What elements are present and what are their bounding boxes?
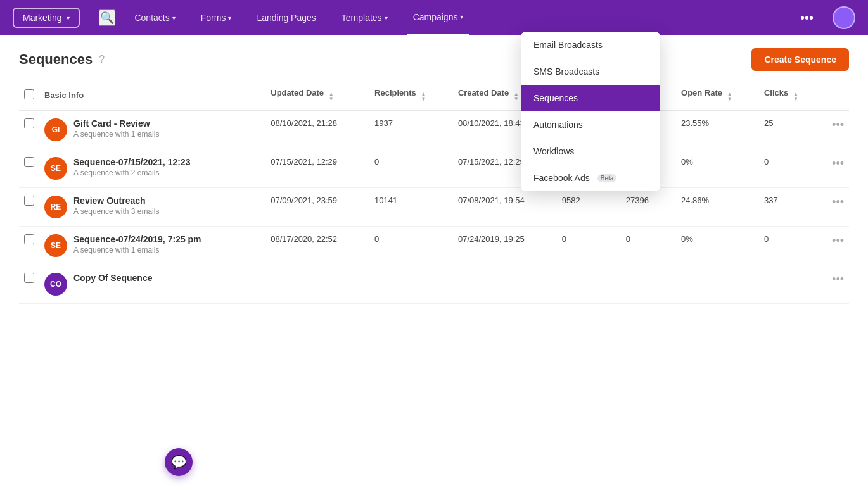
row-desc-0: A sequence with 1 emails [73, 130, 159, 139]
page-title: Sequences [19, 51, 93, 68]
row-actions-0[interactable]: ••• [819, 110, 849, 149]
row-opened-4 [621, 265, 676, 304]
table-row: RE Review Outreach A sequence with 3 ema… [19, 188, 849, 227]
basic-info-cell-4: CO Copy Of Sequence [39, 265, 265, 304]
dropdown-item-workflows[interactable]: Workflows [521, 138, 660, 165]
row-checkbox-2[interactable] [24, 196, 34, 206]
dropdown-item-sms-broadcasts[interactable]: SMS Broadcasts [521, 58, 660, 85]
row-name-4[interactable]: Copy Of Sequence [73, 273, 152, 283]
row-desc-3: A sequence with 1 emails [73, 246, 201, 254]
table-row: GI Gift Card - Review A sequence with 1 … [19, 110, 849, 149]
row-actions-4[interactable]: ••• [819, 265, 849, 304]
row-clicks-1: 0 [759, 149, 819, 188]
row-name-0[interactable]: Gift Card - Review [73, 118, 159, 128]
row-checkbox-cell-1 [19, 149, 39, 188]
row-open-rate-3: 0% [676, 227, 759, 265]
dropdown-item-email-broadcasts[interactable]: Email Broadcasts [521, 32, 660, 58]
row-name-1[interactable]: Sequence-07/15/2021, 12:23 [73, 157, 190, 167]
table-body: GI Gift Card - Review A sequence with 1 … [19, 110, 849, 304]
open-rate-sort-icon[interactable]: ▲▼ [727, 92, 732, 102]
row-updated-4 [265, 265, 369, 304]
row-updated-2: 07/09/2021, 23:59 [265, 188, 369, 227]
row-avatar-0: GI [44, 118, 67, 141]
recipients-sort-icon[interactable]: ▲▼ [421, 92, 426, 102]
row-avatar-2: RE [44, 196, 67, 218]
dropdown-item-automations[interactable]: Automations [521, 111, 660, 138]
templates-caret-icon: ▾ [385, 15, 388, 22]
row-avatar-4: CO [44, 273, 67, 296]
row-checkbox-cell-4 [19, 265, 39, 304]
row-clicks-4 [759, 265, 819, 304]
clicks-sort-icon[interactable]: ▲▼ [793, 92, 798, 102]
row-clicks-3: 0 [759, 227, 819, 265]
campaigns-dropdown: Email Broadcasts SMS Broadcasts Sequence… [521, 32, 660, 191]
marketing-label: Marketing [23, 13, 61, 23]
row-checkbox-cell-3 [19, 227, 39, 265]
navbar: Marketing ▾ 🔍 Contacts ▾ Forms ▾ Landing… [0, 0, 868, 35]
updated-date-sort-icon[interactable]: ▲▼ [329, 92, 334, 102]
page-title-row: Sequences ? [19, 51, 105, 68]
search-button[interactable]: 🔍 [99, 9, 115, 26]
avatar[interactable] [833, 6, 855, 29]
sequences-table: Basic Info Updated Date ▲▼ Recipients ▲▼… [19, 80, 849, 304]
row-checkbox-3[interactable] [24, 234, 34, 244]
nav-templates[interactable]: Templates ▾ [335, 1, 394, 34]
basic-info-cell-1: SE Sequence-07/15/2021, 12:23 A sequence… [39, 149, 265, 188]
col-basic-info: Basic Info [39, 80, 265, 110]
row-clicks-2: 337 [759, 188, 819, 227]
row-open-rate-1: 0% [676, 149, 759, 188]
main-content: Sequences ? Create Sequence Basic Info [0, 35, 868, 495]
chat-button[interactable]: 💬 [165, 448, 193, 476]
row-checkbox-4[interactable] [24, 273, 34, 283]
nav-campaigns[interactable]: Campaigns ▾ [407, 1, 470, 35]
nav-forms[interactable]: Forms ▾ [195, 1, 238, 34]
nav-contacts[interactable]: Contacts ▾ [128, 1, 181, 34]
row-checkbox-0[interactable] [24, 118, 34, 128]
created-date-sort-icon[interactable]: ▲▼ [514, 92, 519, 102]
row-name-3[interactable]: Sequence-07/24/2019, 7:25 pm [73, 234, 201, 244]
row-avatar-3: SE [44, 234, 67, 257]
row-created-2: 07/08/2021, 19:54 [453, 188, 557, 227]
chat-icon: 💬 [171, 454, 187, 470]
select-all-checkbox[interactable] [24, 89, 34, 99]
basic-info-cell-3: SE Sequence-07/24/2019, 7:25 pm A sequen… [39, 227, 265, 265]
row-recipients-3: 0 [369, 227, 453, 265]
table-row: CO Copy Of Sequence ••• [19, 265, 849, 304]
row-created-4 [453, 265, 557, 304]
row-name-2[interactable]: Review Outreach [73, 196, 159, 206]
campaigns-caret-icon: ▾ [460, 13, 463, 20]
marketing-dropdown-btn[interactable]: Marketing ▾ [13, 8, 80, 28]
table-row: SE Sequence-07/24/2019, 7:25 pm A sequen… [19, 227, 849, 265]
row-recipients-1: 0 [369, 149, 453, 188]
dropdown-item-sequences[interactable]: Sequences [521, 85, 660, 111]
row-actions-2[interactable]: ••• [819, 188, 849, 227]
col-actions [819, 80, 849, 110]
table-container: Basic Info Updated Date ▲▼ Recipients ▲▼… [0, 80, 868, 489]
row-created-3: 07/24/2019, 19:25 [453, 227, 557, 265]
row-opened-2: 27396 [621, 188, 676, 227]
more-options-button[interactable]: ••• [794, 4, 820, 32]
select-all-checkbox-cell [19, 80, 39, 110]
col-updated-date: Updated Date ▲▼ [265, 80, 369, 110]
row-actions-3[interactable]: ••• [819, 227, 849, 265]
page-header: Sequences ? Create Sequence [0, 35, 868, 80]
row-updated-1: 07/15/2021, 12:29 [265, 149, 369, 188]
col-open-rate: Open Rate ▲▼ [676, 80, 759, 110]
beta-badge: Beta [597, 174, 617, 182]
row-checkbox-cell-0 [19, 110, 39, 149]
create-sequence-button[interactable]: Create Sequence [751, 48, 849, 71]
basic-info-cell-2: RE Review Outreach A sequence with 3 ema… [39, 188, 265, 227]
row-actions-1[interactable]: ••• [819, 149, 849, 188]
help-icon[interactable]: ? [99, 54, 105, 65]
row-updated-3: 08/17/2020, 22:52 [265, 227, 369, 265]
dropdown-item-facebook-ads[interactable]: Facebook Ads Beta [521, 165, 660, 191]
row-desc-2: A sequence with 3 emails [73, 207, 159, 216]
row-checkbox-1[interactable] [24, 157, 34, 167]
table-row: SE Sequence-07/15/2021, 12:23 A sequence… [19, 149, 849, 188]
row-open-rate-2: 24.86% [676, 188, 759, 227]
row-open-rate-4 [676, 265, 759, 304]
col-clicks: Clicks ▲▼ [759, 80, 819, 110]
row-delivered-4 [557, 265, 621, 304]
nav-landing-pages[interactable]: Landing Pages [250, 1, 322, 34]
row-updated-0: 08/10/2021, 21:28 [265, 110, 369, 149]
